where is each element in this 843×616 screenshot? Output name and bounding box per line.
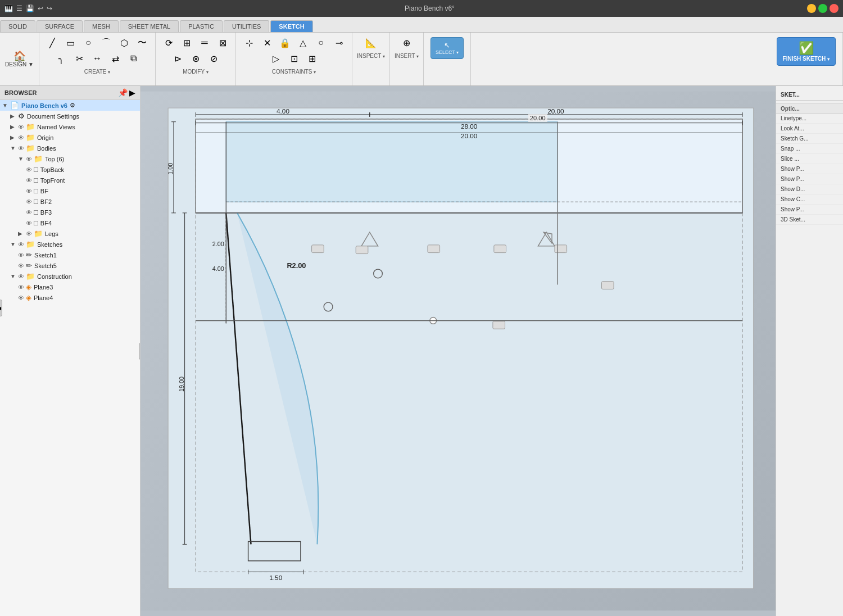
bodies-eye-icon[interactable]: 👁 [18, 145, 24, 152]
tree-item-named-views[interactable]: ▶ 👁 📁 Named Views [0, 121, 140, 132]
bf2-eye-icon[interactable]: 👁 [26, 198, 32, 205]
tree-item-top[interactable]: ▼ 👁 📁 Top (6) [0, 153, 140, 164]
constraint-btn-3[interactable]: 🔒 [277, 35, 293, 51]
modify-btn-3[interactable]: ═ [196, 35, 213, 51]
tab-surface[interactable]: SURFACE [37, 20, 83, 32]
constraint-btn-7[interactable]: ▷ [268, 51, 284, 66]
rp-show-d[interactable]: Show D... [776, 184, 843, 194]
rp-linetype[interactable]: Linetype... [776, 114, 843, 124]
sketches-eye-icon[interactable]: 👁 [18, 241, 24, 248]
bf4-eye-icon[interactable]: 👁 [26, 220, 32, 227]
tree-item-bodies[interactable]: ▼ 👁 📁 Bodies [0, 143, 140, 153]
legs-eye-icon[interactable]: 👁 [26, 230, 32, 237]
tab-mesh[interactable]: MESH [84, 20, 119, 32]
tree-item-doc-settings[interactable]: ▶ ⚙ Document Settings [0, 111, 140, 121]
constraint-btn-4[interactable]: △ [294, 35, 311, 51]
main-layout: BROWSER 📌 ▶ ▼ 📄 Piano Bench v6 ⚙ ▶ ⚙ Doc… [0, 86, 843, 616]
minimize-button[interactable] [807, 4, 816, 13]
constraint-btn-9[interactable]: ⊞ [303, 51, 320, 66]
undo-icon[interactable]: ↩ [38, 4, 43, 12]
rp-show-p1[interactable]: Show P... [776, 164, 843, 174]
tree-item-construction[interactable]: ▼ 👁 📁 Construction [0, 271, 140, 282]
tree-item-sketch5[interactable]: 👁 ✏ Sketch5 [0, 260, 140, 271]
mirror-tool-button[interactable]: ⇄ [107, 51, 124, 66]
tab-plastic[interactable]: PLASTIC [180, 20, 223, 32]
line-tool-button[interactable]: ╱ [44, 35, 61, 51]
tab-utilities[interactable]: UTILITIES [224, 20, 269, 32]
rp-look-at[interactable]: Look At... [776, 124, 843, 134]
tree-item-legs[interactable]: ▶ 👁 📁 Legs [0, 228, 140, 239]
rp-slice[interactable]: Slice ... [776, 154, 843, 164]
constraint-btn-5[interactable]: ○ [312, 35, 329, 51]
rp-sketch-g[interactable]: Sketch G... [776, 134, 843, 144]
modify-btn-2[interactable]: ⊞ [178, 35, 195, 51]
redo-icon[interactable]: ↪ [47, 4, 52, 12]
construction-eye-icon[interactable]: 👁 [18, 273, 24, 280]
sidebar-collapse-button[interactable]: ▶ [129, 88, 135, 97]
tree-item-origin[interactable]: ▶ 👁 📁 Origin [0, 132, 140, 143]
maximize-button[interactable] [818, 4, 827, 13]
rp-3d-sketch[interactable]: 3D Sket... [776, 215, 843, 225]
constraint-btn-2[interactable]: ✕ [259, 35, 275, 51]
arc-tool-button[interactable]: ⌒ [98, 35, 115, 51]
close-button[interactable] [830, 4, 839, 13]
design-dropdown-button[interactable]: 🏠 DESIGN ▼ [2, 49, 37, 69]
topfront-eye-icon[interactable]: 👁 [26, 177, 32, 184]
insert-btn[interactable]: ⊕ [398, 35, 415, 51]
tab-sketch[interactable]: SKETCH [270, 20, 312, 32]
inspect-btn[interactable]: 📐 [362, 35, 379, 51]
sidebar-pin-button[interactable]: 📌 [118, 88, 128, 97]
modify-btn-5[interactable]: ⊳ [169, 51, 186, 66]
tree-item-plane3[interactable]: 👁 ◈ Plane3 [0, 282, 140, 292]
rp-snap[interactable]: Snap ... [776, 144, 843, 154]
topback-eye-icon[interactable]: 👁 [26, 166, 32, 173]
tree-item-topfront[interactable]: 👁 □ TopFront [0, 175, 140, 185]
plane4-eye-icon[interactable]: 👁 [18, 295, 24, 301]
modify-btn-7[interactable]: ⊘ [205, 51, 222, 66]
constraint-btn-1[interactable]: ⊹ [241, 35, 257, 51]
extend-tool-button[interactable]: ↔ [89, 51, 106, 66]
bf-eye-icon[interactable]: 👁 [26, 188, 32, 194]
piano-bench-settings-icon[interactable]: ⚙ [70, 102, 75, 109]
sketch1-eye-icon[interactable]: 👁 [18, 252, 24, 259]
tree-item-sketch1[interactable]: 👁 ✏ Sketch1 [0, 250, 140, 260]
sketch5-eye-icon[interactable]: 👁 [18, 262, 24, 269]
tree-item-plane4[interactable]: 👁 ◈ Plane4 [0, 292, 140, 303]
select-button[interactable]: ↖ SELECT ▾ [430, 37, 464, 59]
polygon-tool-button[interactable]: ⬡ [116, 35, 133, 51]
rect-tool-button[interactable]: ▭ [62, 35, 79, 51]
plane3-eye-icon[interactable]: 👁 [18, 284, 24, 291]
tree-item-bf4[interactable]: 👁 □ BF4 [0, 218, 140, 228]
top-eye-icon[interactable]: 👁 [26, 156, 32, 162]
named-views-eye-icon[interactable]: 👁 [18, 124, 24, 130]
modify-btn-6[interactable]: ⊗ [187, 51, 204, 66]
offset-tool-button[interactable]: ⧉ [125, 51, 142, 66]
trim-tool-button[interactable]: ✂ [71, 51, 88, 66]
constraint-btn-8[interactable]: ⊡ [285, 51, 302, 66]
spline-tool-button[interactable]: 〜 [134, 35, 151, 51]
rp-show-p3[interactable]: Show P... [776, 205, 843, 215]
tab-solid[interactable]: SOLID [0, 20, 35, 32]
bf3-eye-icon[interactable]: 👁 [26, 209, 32, 216]
tree-item-topback[interactable]: 👁 □ TopBack [0, 164, 140, 175]
fillet-tool-button[interactable]: ╮ [53, 51, 70, 66]
modify-btn-4[interactable]: ⊠ [214, 35, 231, 51]
constraint-btn-6[interactable]: ⊸ [330, 35, 347, 51]
circle-tool-button[interactable]: ○ [80, 35, 97, 51]
rp-show-c[interactable]: Show C... [776, 194, 843, 205]
sketch-canvas[interactable]: 20.00 28.00 20.00 4.00 1.00 2.00 [140, 86, 776, 616]
canvas-area[interactable]: 20.00 28.00 20.00 4.00 1.00 2.00 [140, 86, 776, 616]
finish-sketch-button[interactable]: ✅ FINISH SKETCH ▾ [777, 37, 836, 66]
tab-sheet-metal[interactable]: SHEET METAL [120, 20, 179, 32]
tree-item-piano-bench[interactable]: ▼ 📄 Piano Bench v6 ⚙ [0, 100, 140, 111]
tree-item-bf[interactable]: 👁 □ BF [0, 185, 140, 196]
save-icon[interactable]: 💾 [26, 4, 34, 12]
tree-item-bf3[interactable]: 👁 □ BF3 [0, 207, 140, 218]
constraints-icons-row-2: ▷ ⊡ ⊞ [268, 51, 320, 66]
tree-item-bf2[interactable]: 👁 □ BF2 [0, 196, 140, 207]
origin-eye-icon[interactable]: 👁 [18, 134, 24, 141]
tree-item-sketches[interactable]: ▼ 👁 📁 Sketches [0, 239, 140, 250]
modify-btn-1[interactable]: ⟳ [160, 35, 177, 51]
rp-show-p2[interactable]: Show P... [776, 174, 843, 184]
menu-icon[interactable]: ☰ [16, 4, 22, 12]
